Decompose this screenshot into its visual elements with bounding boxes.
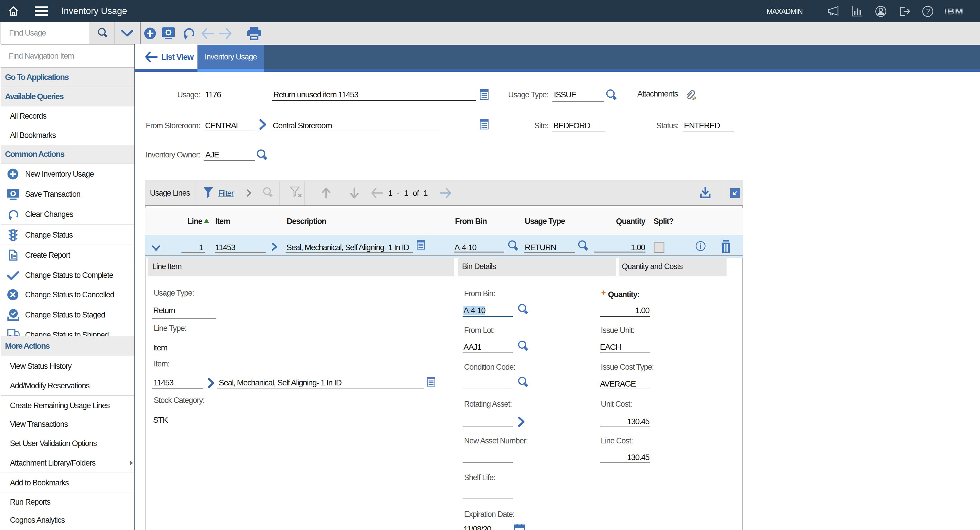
svg-text:?: ?	[926, 7, 930, 15]
